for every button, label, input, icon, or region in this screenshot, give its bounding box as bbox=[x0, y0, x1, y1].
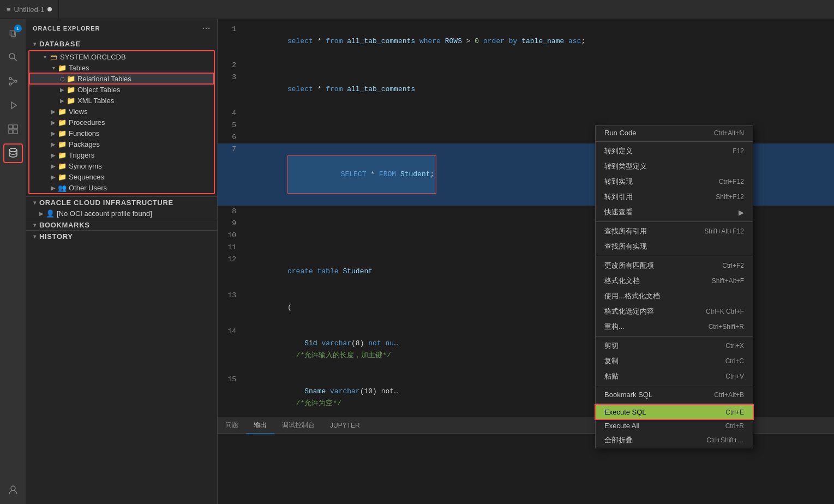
panel-tab-output-label: 输出 bbox=[254, 421, 267, 430]
scm-icon[interactable] bbox=[3, 71, 23, 91]
menu-item-change-all[interactable]: 更改所有匹配项 Ctrl+F2 bbox=[596, 258, 753, 273]
menu-item-find-impls-label: 查找所有实现 bbox=[604, 242, 647, 251]
menu-item-goto-impl-shortcut: Ctrl+F12 bbox=[719, 178, 744, 185]
menu-item-format-doc[interactable]: 格式化文档 Shift+Alt+F bbox=[596, 273, 753, 289]
oci-profile-label: [No OCI account profile found] bbox=[57, 209, 213, 218]
menu-item-goto-type[interactable]: 转到类型定义 bbox=[596, 159, 753, 174]
triggers-label: Triggers bbox=[69, 151, 209, 159]
menu-item-cut[interactable]: 剪切 Ctrl+X bbox=[596, 338, 753, 353]
editor-line-3: 3 select * from all_tab_comments bbox=[218, 71, 834, 107]
user-icon[interactable] bbox=[3, 480, 23, 500]
line-num-4: 4 bbox=[218, 107, 245, 119]
line-content-3: select * from all_tab_comments bbox=[245, 71, 834, 107]
menu-item-execute-all[interactable]: Execute All Ctrl+R bbox=[596, 419, 753, 433]
svg-line-5 bbox=[11, 79, 15, 81]
sidebar-item-views[interactable]: ▶ 📁 Views bbox=[29, 106, 214, 117]
tables-folder-icon: 📁 bbox=[58, 63, 67, 72]
sidebar-item-other-users[interactable]: ▶ 👥 Other Users bbox=[29, 182, 214, 193]
menu-item-bookmark-sql-shortcut: Ctrl+Alt+B bbox=[714, 391, 744, 399]
run-icon[interactable] bbox=[3, 95, 23, 115]
orclcdb-chevron: ▾ bbox=[40, 52, 49, 61]
line-num-2: 2 bbox=[218, 59, 245, 71]
svg-line-6 bbox=[11, 81, 15, 84]
menu-item-collapse-all[interactable]: 全部折叠 Ctrl+Shift+… bbox=[596, 433, 753, 448]
database-icon[interactable] bbox=[3, 143, 23, 163]
sidebar-item-procedures[interactable]: ▶ 📁 Procedures bbox=[29, 117, 214, 128]
procedures-chevron: ▶ bbox=[49, 118, 58, 127]
relational-tables-chevron: ◌ bbox=[58, 74, 67, 83]
menu-item-cut-label: 剪切 bbox=[604, 341, 619, 351]
sidebar-header-icons: ··· bbox=[202, 23, 211, 33]
sidebar-item-xml-tables[interactable]: ▶ 📁 XML Tables bbox=[29, 95, 214, 106]
sidebar-header: ORACLE EXPLORER ··· bbox=[26, 19, 217, 37]
menu-item-find-refs-label: 查找所有引用 bbox=[604, 226, 647, 236]
menu-item-format-sel-label: 格式化选定内容 bbox=[604, 307, 654, 316]
panel-tab-problems-label: 问题 bbox=[225, 421, 238, 430]
more-icon[interactable]: ··· bbox=[202, 23, 211, 33]
sidebar-item-relational-tables[interactable]: ◌ 📁 Relational Tables bbox=[29, 73, 214, 84]
menu-item-find-refs[interactable]: 查找所有引用 Shift+Alt+F12 bbox=[596, 224, 753, 239]
panel-tab-problems[interactable]: 问题 bbox=[218, 417, 246, 434]
sidebar-item-functions[interactable]: ▶ 📁 Functions bbox=[29, 128, 214, 139]
panel-tab-jupyter[interactable]: JUPYTER bbox=[322, 417, 368, 434]
line-num-6: 6 bbox=[218, 131, 245, 143]
svg-rect-10 bbox=[9, 130, 13, 134]
menu-item-run-code[interactable]: Run Code Ctrl+Alt+N bbox=[596, 126, 753, 140]
synonyms-chevron: ▶ bbox=[49, 161, 58, 170]
menu-item-goto-ref-label: 转到引用 bbox=[604, 192, 633, 202]
line-num-5: 5 bbox=[218, 119, 245, 131]
menu-item-goto-def[interactable]: 转到定义 F12 bbox=[596, 143, 753, 159]
menu-item-bookmark-sql[interactable]: Bookmark SQL Ctrl+Alt+B bbox=[596, 388, 753, 401]
sidebar-item-object-tables[interactable]: ▶ 📁 Object Tables bbox=[29, 84, 214, 95]
tab-item-untitled[interactable]: ≡ Untitled-1 bbox=[0, 0, 59, 19]
database-section-header[interactable]: ▾ DATABASE bbox=[26, 38, 217, 49]
panel-tab-output[interactable]: 输出 bbox=[246, 417, 274, 434]
menu-item-paste-shortcut: Ctrl+V bbox=[725, 373, 744, 380]
bookmarks-section-header[interactable]: ▾ BOOKMARKS bbox=[26, 219, 217, 230]
context-menu: Run Code Ctrl+Alt+N 转到定义 F12 转到类型定义 转到实现… bbox=[595, 125, 753, 448]
menu-item-quick-view[interactable]: 快速查看 ▶ bbox=[596, 205, 753, 220]
oci-section-header[interactable]: ▾ ORACLE CLOUD INFRASTRUCTURE bbox=[26, 197, 217, 208]
menu-item-goto-ref[interactable]: 转到引用 Shift+F12 bbox=[596, 189, 753, 205]
svg-line-1 bbox=[14, 58, 17, 61]
svg-point-4 bbox=[9, 83, 11, 85]
menu-item-goto-def-label: 转到定义 bbox=[604, 146, 633, 156]
menu-item-copy[interactable]: 复制 Ctrl+C bbox=[596, 353, 753, 369]
menu-item-paste-label: 粘贴 bbox=[604, 371, 619, 381]
menu-item-format-with[interactable]: 使用...格式化文档 bbox=[596, 289, 753, 304]
extensions-icon[interactable] bbox=[3, 119, 23, 139]
views-chevron: ▶ bbox=[49, 107, 58, 116]
files-icon[interactable]: ⧉ 1 bbox=[3, 23, 23, 43]
menu-item-execute-all-label: Execute All bbox=[604, 422, 639, 430]
sidebar-item-triggers[interactable]: ▶ 📁 Triggers bbox=[29, 149, 214, 160]
line-num-14: 14 bbox=[218, 326, 245, 338]
menu-item-refactor[interactable]: 重构... Ctrl+Shift+R bbox=[596, 319, 753, 334]
object-tables-chevron: ▶ bbox=[58, 85, 67, 94]
sidebar-item-packages[interactable]: ▶ 📁 Packages bbox=[29, 139, 214, 149]
menu-item-execute-sql[interactable]: Execute SQL Ctrl+E bbox=[596, 405, 753, 419]
menu-separator-4 bbox=[596, 336, 753, 337]
sidebar-item-tables[interactable]: ▾ 📁 Tables bbox=[29, 62, 214, 73]
views-label: Views bbox=[69, 107, 209, 116]
tab-icon: ≡ bbox=[7, 5, 11, 14]
menu-item-execute-all-shortcut: Ctrl+R bbox=[725, 422, 744, 430]
object-tables-folder-icon: 📁 bbox=[67, 85, 75, 94]
search-icon[interactable] bbox=[3, 47, 23, 67]
sidebar: ORACLE EXPLORER ··· ▾ DATABASE ▾ 🗃 SY bbox=[26, 19, 217, 504]
panel-tab-debug[interactable]: 调试控制台 bbox=[274, 417, 322, 434]
menu-item-cut-shortcut: Ctrl+X bbox=[725, 342, 744, 350]
menu-item-format-with-label: 使用...格式化文档 bbox=[604, 291, 660, 301]
menu-item-find-impls[interactable]: 查找所有实现 bbox=[596, 239, 753, 254]
tab-bar: ≡ Untitled-1 bbox=[0, 0, 834, 19]
menu-item-format-sel[interactable]: 格式化选定内容 Ctrl+K Ctrl+F bbox=[596, 304, 753, 319]
bookmarks-label: BOOKMARKS bbox=[39, 221, 90, 229]
history-chevron: ▾ bbox=[31, 232, 39, 241]
menu-item-goto-impl[interactable]: 转到实现 Ctrl+F12 bbox=[596, 174, 753, 189]
menu-item-paste[interactable]: 粘贴 Ctrl+V bbox=[596, 369, 753, 384]
object-tables-label: Object Tables bbox=[77, 86, 209, 94]
history-section-header[interactable]: ▾ HISTORY bbox=[26, 231, 217, 242]
sidebar-item-sequences[interactable]: ▶ 📁 Sequences bbox=[29, 171, 214, 182]
oci-no-profile[interactable]: ▶ 👤 [No OCI account profile found] bbox=[26, 208, 217, 219]
sidebar-item-orclcdb[interactable]: ▾ 🗃 SYSTEM.ORCLCDB bbox=[29, 51, 214, 62]
sidebar-item-synonyms[interactable]: ▶ 📁 Synonyms bbox=[29, 160, 214, 171]
